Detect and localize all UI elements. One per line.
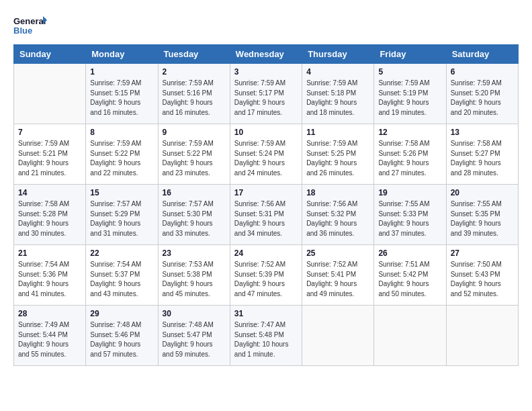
page-header: General Blue — [13, 13, 519, 38]
day-number: 24 — [234, 248, 298, 258]
calendar-table: SundayMondayTuesdayWednesdayThursdayFrid… — [13, 44, 519, 366]
day-cell-11: 11Sunrise: 7:59 AM Sunset: 5:25 PM Dayli… — [302, 124, 374, 185]
day-info: Sunrise: 7:58 AM Sunset: 5:28 PM Dayligh… — [18, 199, 81, 238]
day-number: 6 — [451, 67, 514, 77]
day-number: 7 — [18, 128, 81, 137]
day-info: Sunrise: 7:55 AM Sunset: 5:33 PM Dayligh… — [378, 199, 441, 238]
day-header-tuesday: Tuesday — [158, 45, 230, 64]
day-info: Sunrise: 7:59 AM Sunset: 5:21 PM Dayligh… — [18, 139, 81, 178]
day-info: Sunrise: 7:59 AM Sunset: 5:18 PM Dayligh… — [306, 79, 369, 118]
day-cell-18: 18Sunrise: 7:56 AM Sunset: 5:32 PM Dayli… — [302, 185, 374, 245]
week-row-1: 1Sunrise: 7:59 AM Sunset: 5:15 PM Daylig… — [14, 64, 519, 124]
day-number: 21 — [18, 248, 81, 258]
day-header-saturday: Saturday — [446, 45, 518, 64]
day-header-sunday: Sunday — [14, 45, 86, 64]
day-cell-1: 1Sunrise: 7:59 AM Sunset: 5:15 PM Daylig… — [86, 64, 158, 124]
day-info: Sunrise: 7:47 AM Sunset: 5:48 PM Dayligh… — [234, 320, 298, 359]
day-cell-20: 20Sunrise: 7:55 AM Sunset: 5:35 PM Dayli… — [446, 185, 518, 245]
day-cell-4: 4Sunrise: 7:59 AM Sunset: 5:18 PM Daylig… — [302, 64, 374, 124]
day-cell-8: 8Sunrise: 7:59 AM Sunset: 5:22 PM Daylig… — [86, 124, 158, 185]
day-info: Sunrise: 7:52 AM Sunset: 5:39 PM Dayligh… — [234, 260, 298, 299]
day-info: Sunrise: 7:50 AM Sunset: 5:43 PM Dayligh… — [451, 260, 514, 299]
day-info: Sunrise: 7:56 AM Sunset: 5:31 PM Dayligh… — [234, 199, 298, 238]
day-info: Sunrise: 7:58 AM Sunset: 5:27 PM Dayligh… — [451, 139, 514, 178]
day-number: 2 — [163, 67, 226, 77]
day-info: Sunrise: 7:52 AM Sunset: 5:41 PM Dayligh… — [306, 260, 369, 299]
day-number: 11 — [306, 128, 369, 137]
day-number: 18 — [306, 188, 369, 197]
day-number: 9 — [163, 128, 226, 137]
day-cell-14: 14Sunrise: 7:58 AM Sunset: 5:28 PM Dayli… — [14, 185, 86, 245]
day-header-monday: Monday — [86, 45, 158, 64]
day-number: 1 — [90, 67, 153, 77]
empty-cell — [446, 306, 518, 366]
day-info: Sunrise: 7:59 AM Sunset: 5:24 PM Dayligh… — [234, 139, 298, 178]
day-cell-12: 12Sunrise: 7:58 AM Sunset: 5:26 PM Dayli… — [374, 124, 446, 185]
week-row-4: 21Sunrise: 7:54 AM Sunset: 5:36 PM Dayli… — [14, 245, 519, 306]
day-info: Sunrise: 7:59 AM Sunset: 5:17 PM Dayligh… — [234, 79, 298, 118]
day-cell-6: 6Sunrise: 7:59 AM Sunset: 5:20 PM Daylig… — [446, 64, 518, 124]
day-number: 17 — [234, 188, 298, 197]
day-cell-16: 16Sunrise: 7:57 AM Sunset: 5:30 PM Dayli… — [158, 185, 230, 245]
day-number: 30 — [163, 309, 226, 318]
day-cell-31: 31Sunrise: 7:47 AM Sunset: 5:48 PM Dayli… — [230, 306, 302, 366]
logo: General Blue — [13, 13, 47, 38]
day-number: 20 — [451, 188, 514, 197]
day-info: Sunrise: 7:59 AM Sunset: 5:25 PM Dayligh… — [306, 139, 369, 178]
empty-cell — [14, 64, 86, 124]
day-cell-22: 22Sunrise: 7:54 AM Sunset: 5:37 PM Dayli… — [86, 245, 158, 306]
day-info: Sunrise: 7:57 AM Sunset: 5:29 PM Dayligh… — [90, 199, 153, 238]
day-number: 23 — [163, 248, 226, 258]
day-cell-28: 28Sunrise: 7:49 AM Sunset: 5:44 PM Dayli… — [14, 306, 86, 366]
day-cell-13: 13Sunrise: 7:58 AM Sunset: 5:27 PM Dayli… — [446, 124, 518, 185]
week-row-3: 14Sunrise: 7:58 AM Sunset: 5:28 PM Dayli… — [14, 185, 519, 245]
day-cell-3: 3Sunrise: 7:59 AM Sunset: 5:17 PM Daylig… — [230, 64, 302, 124]
day-number: 16 — [163, 188, 226, 197]
day-number: 19 — [378, 188, 441, 197]
empty-cell — [302, 306, 374, 366]
day-header-wednesday: Wednesday — [230, 45, 302, 64]
day-number: 25 — [306, 248, 369, 258]
svg-text:Blue: Blue — [13, 26, 32, 36]
day-cell-26: 26Sunrise: 7:51 AM Sunset: 5:42 PM Dayli… — [374, 245, 446, 306]
logo-svg: General Blue — [13, 13, 47, 38]
day-number: 28 — [18, 309, 81, 318]
day-number: 5 — [378, 67, 441, 77]
day-cell-23: 23Sunrise: 7:53 AM Sunset: 5:38 PM Dayli… — [158, 245, 230, 306]
day-header-friday: Friday — [374, 45, 446, 64]
day-number: 26 — [378, 248, 441, 258]
day-info: Sunrise: 7:59 AM Sunset: 5:22 PM Dayligh… — [90, 139, 153, 178]
day-info: Sunrise: 7:55 AM Sunset: 5:35 PM Dayligh… — [451, 199, 514, 238]
week-row-2: 7Sunrise: 7:59 AM Sunset: 5:21 PM Daylig… — [14, 124, 519, 185]
day-number: 14 — [18, 188, 81, 197]
week-row-5: 28Sunrise: 7:49 AM Sunset: 5:44 PM Dayli… — [14, 306, 519, 366]
day-cell-7: 7Sunrise: 7:59 AM Sunset: 5:21 PM Daylig… — [14, 124, 86, 185]
day-info: Sunrise: 7:59 AM Sunset: 5:20 PM Dayligh… — [451, 79, 514, 118]
day-info: Sunrise: 7:49 AM Sunset: 5:44 PM Dayligh… — [18, 320, 81, 359]
day-number: 8 — [90, 128, 153, 137]
day-number: 3 — [234, 67, 298, 77]
day-info: Sunrise: 7:51 AM Sunset: 5:42 PM Dayligh… — [378, 260, 441, 299]
day-cell-17: 17Sunrise: 7:56 AM Sunset: 5:31 PM Dayli… — [230, 185, 302, 245]
day-info: Sunrise: 7:57 AM Sunset: 5:30 PM Dayligh… — [163, 199, 226, 238]
day-info: Sunrise: 7:59 AM Sunset: 5:19 PM Dayligh… — [378, 79, 441, 118]
day-number: 31 — [234, 309, 298, 318]
day-cell-29: 29Sunrise: 7:48 AM Sunset: 5:46 PM Dayli… — [86, 306, 158, 366]
day-number: 12 — [378, 128, 441, 137]
day-info: Sunrise: 7:48 AM Sunset: 5:47 PM Dayligh… — [163, 320, 226, 359]
days-header-row: SundayMondayTuesdayWednesdayThursdayFrid… — [14, 45, 519, 64]
day-number: 15 — [90, 188, 153, 197]
day-cell-30: 30Sunrise: 7:48 AM Sunset: 5:47 PM Dayli… — [158, 306, 230, 366]
day-info: Sunrise: 7:56 AM Sunset: 5:32 PM Dayligh… — [306, 199, 369, 238]
day-number: 10 — [234, 128, 298, 137]
day-number: 4 — [306, 67, 369, 77]
day-cell-5: 5Sunrise: 7:59 AM Sunset: 5:19 PM Daylig… — [374, 64, 446, 124]
day-info: Sunrise: 7:54 AM Sunset: 5:36 PM Dayligh… — [18, 260, 81, 299]
day-info: Sunrise: 7:59 AM Sunset: 5:22 PM Dayligh… — [163, 139, 226, 178]
day-cell-2: 2Sunrise: 7:59 AM Sunset: 5:16 PM Daylig… — [158, 64, 230, 124]
day-number: 27 — [451, 248, 514, 258]
svg-text:General: General — [13, 16, 46, 26]
day-cell-21: 21Sunrise: 7:54 AM Sunset: 5:36 PM Dayli… — [14, 245, 86, 306]
day-number: 13 — [451, 128, 514, 137]
day-info: Sunrise: 7:48 AM Sunset: 5:46 PM Dayligh… — [90, 320, 153, 359]
